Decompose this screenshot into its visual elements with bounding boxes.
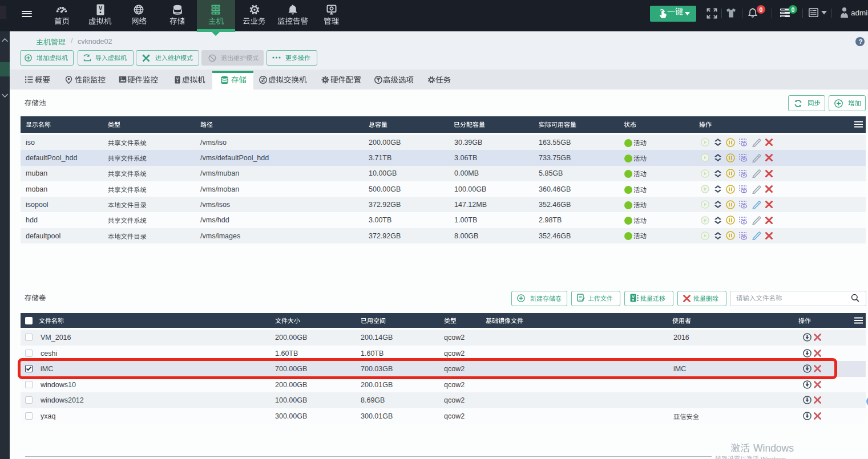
svg-text:V: V <box>176 77 179 81</box>
svg-text:V: V <box>632 294 635 299</box>
svg-text:V: V <box>98 5 102 11</box>
